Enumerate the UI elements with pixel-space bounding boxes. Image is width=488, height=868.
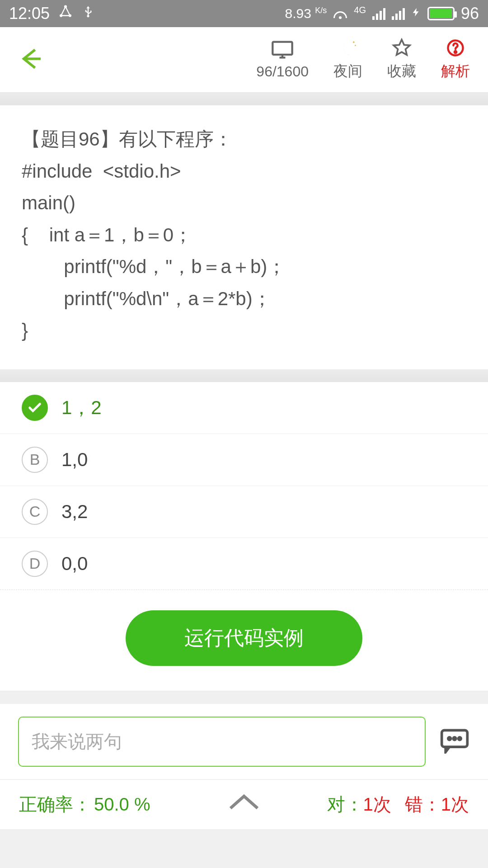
svg-point-4 <box>353 41 355 43</box>
check-icon <box>22 395 48 421</box>
share-icon <box>58 4 73 24</box>
stats-footer: 正确率： 50.0 % 对：1次 错：1次 <box>0 779 488 829</box>
net-type: 4G <box>354 5 366 15</box>
analysis-button[interactable]: 解析 <box>441 38 470 81</box>
fav-label: 收藏 <box>387 61 416 81</box>
option-a[interactable]: 1，2 <box>0 382 488 434</box>
battery-pct: 96 <box>461 4 479 23</box>
option-letter: B <box>22 447 48 473</box>
progress-label: 96/1600 <box>256 63 309 80</box>
status-time: 12:05 <box>9 4 50 23</box>
correct-count: 对：1次 <box>327 792 391 817</box>
back-button[interactable] <box>16 45 43 74</box>
comment-input[interactable]: 我来说两句 <box>18 717 426 767</box>
svg-point-7 <box>455 51 456 53</box>
option-b[interactable]: B 1,0 <box>0 434 488 486</box>
progress-indicator[interactable]: 96/1600 <box>256 40 309 80</box>
comments-icon[interactable] <box>439 727 470 755</box>
analysis-label: 解析 <box>441 61 470 81</box>
wrong-count: 错：1次 <box>405 792 469 817</box>
battery-icon <box>427 7 455 20</box>
usb-icon <box>81 4 95 24</box>
option-text: 0,0 <box>61 553 88 575</box>
question-title: 【题目96】有以下程序： <box>22 123 466 156</box>
option-c[interactable]: C 3,2 <box>0 486 488 538</box>
option-d[interactable]: D 0,0 <box>0 538 488 590</box>
divider <box>0 369 488 382</box>
option-text: 1，2 <box>61 395 102 420</box>
options-list: 1，2 B 1,0 C 3,2 D 0,0 <box>0 382 488 590</box>
svg-rect-3 <box>272 42 292 54</box>
run-code-button[interactable]: 运行代码实例 <box>126 610 362 666</box>
status-bar: 12:05 8.93 K/s 4G 96 <box>0 0 488 27</box>
night-mode-button[interactable]: 夜间 <box>333 38 362 81</box>
signal-icon <box>372 7 385 20</box>
option-text: 3,2 <box>61 501 88 523</box>
run-row: 运行代码实例 <box>0 590 488 691</box>
signal-icon-2 <box>392 7 405 20</box>
charging-icon <box>411 4 421 23</box>
wifi-icon <box>333 8 347 19</box>
option-letter: C <box>22 499 48 525</box>
accuracy-label: 正确率： <box>19 792 91 817</box>
svg-point-10 <box>453 737 456 740</box>
comment-row: 我来说两句 <box>0 704 488 779</box>
night-label: 夜间 <box>333 61 362 81</box>
svg-point-11 <box>459 737 461 740</box>
option-letter: D <box>22 551 48 577</box>
option-text: 1,0 <box>61 449 88 471</box>
svg-point-9 <box>448 737 451 740</box>
accuracy-value: 50.0 % <box>94 794 150 815</box>
toolbar: 96/1600 夜间 收藏 解析 <box>0 27 488 93</box>
net-speed: 8.93 K/s <box>285 6 327 21</box>
svg-point-5 <box>355 45 356 46</box>
question-panel: 【题目96】有以下程序： #include <stdio.h> main() {… <box>0 105 488 369</box>
divider <box>0 93 488 105</box>
favorite-button[interactable]: 收藏 <box>387 38 416 81</box>
question-code: #include <stdio.h> main() { int a＝1，b＝0；… <box>22 156 466 347</box>
expand-button[interactable] <box>226 793 262 816</box>
